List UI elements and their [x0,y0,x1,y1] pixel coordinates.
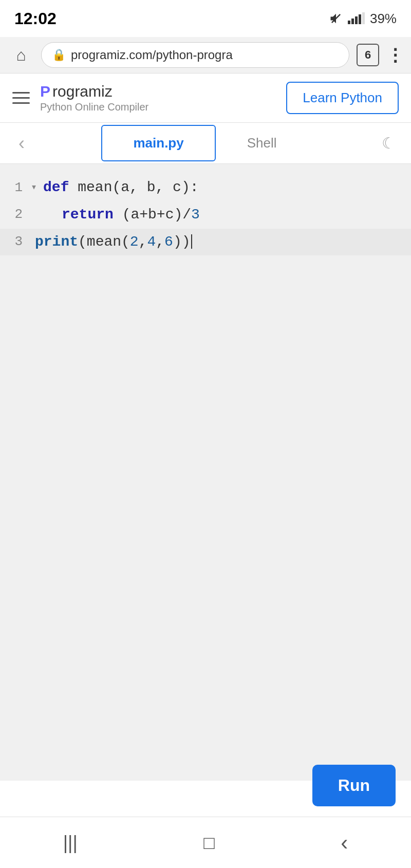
home-button[interactable]: ⌂ [8,42,34,68]
line-number-3: 3 [0,231,31,253]
hamburger-menu[interactable] [12,92,30,104]
mute-icon [329,11,343,26]
tab-bar: ‹ main.py Shell ☾ [0,123,411,164]
browser-chrome: ⌂ 🔒 programiz.com/python-progra 6 ⋮ [0,37,411,73]
code-line-3: 3 print(mean(2,4,6)) [0,229,411,256]
recent-apps-button[interactable]: ||| [63,832,78,854]
signal-icon [347,11,366,26]
fold-arrow-1[interactable]: ▾ [31,179,37,196]
home-icon: ⌂ [16,46,26,65]
brand-subtitle: Python Online Compiler [40,101,148,113]
back-nav-button[interactable]: ‹ [341,830,348,855]
code-content-2: return (a+b+c)/3 [31,204,200,227]
keyword-def: def [43,179,78,195]
back-button[interactable]: ‹ [10,133,33,154]
url-text: programiz.com/python-progra [71,48,339,62]
tabs: main.py Shell [33,125,377,161]
learn-python-button[interactable]: Learn Python [286,82,399,114]
tab-shell[interactable]: Shell [216,125,308,161]
code-content-3: print(mean(2,4,6)) [31,231,192,254]
svg-rect-3 [355,16,358,24]
lock-icon: 🔒 [52,48,66,62]
svg-rect-2 [351,19,354,24]
browser-menu-button[interactable]: ⋮ [386,45,403,65]
fn-call-mean: mean [87,234,121,250]
svg-rect-5 [362,12,365,24]
brand-logo: P rogramiz [40,83,148,100]
status-bar: 12:02 39% [0,0,411,37]
dark-mode-button[interactable]: ☾ [377,134,401,152]
keyword-return: return [62,207,122,223]
brand: P rogramiz Python Online Compiler [40,83,148,113]
line-number-1: 1 [0,177,31,199]
bottom-nav: ||| □ ‹ [0,817,411,868]
code-line-1: 1 ▾ def mean(a, b, c): [0,174,411,201]
code-editor[interactable]: 1 ▾ def mean(a, b, c): 2 return (a+b+c)/… [0,164,411,781]
app-header: P rogramiz Python Online Compiler Learn … [0,73,411,123]
svg-rect-1 [348,21,350,24]
tab-count[interactable]: 6 [357,44,379,66]
status-icons: 39% [329,11,397,27]
address-bar[interactable]: 🔒 programiz.com/python-progra [41,42,349,68]
battery-text: 39% [370,11,397,27]
status-time: 12:02 [14,9,57,28]
code-content-1: def mean(a, b, c): [39,176,198,199]
run-button-container: Run [312,765,396,806]
code-line-2: 2 return (a+b+c)/3 [0,201,411,229]
fn-name: mean [78,179,112,195]
text-cursor [191,234,192,249]
tab-main-py[interactable]: main.py [101,125,215,161]
keyword-print: print [35,234,78,250]
brand-name: rogramiz [52,83,113,100]
run-button[interactable]: Run [312,765,396,806]
svg-rect-4 [359,14,361,24]
brand-p: P [40,83,50,100]
line-number-2: 2 [0,204,31,226]
header-left: P rogramiz Python Online Compiler [12,83,148,113]
home-nav-button[interactable]: □ [203,832,215,854]
